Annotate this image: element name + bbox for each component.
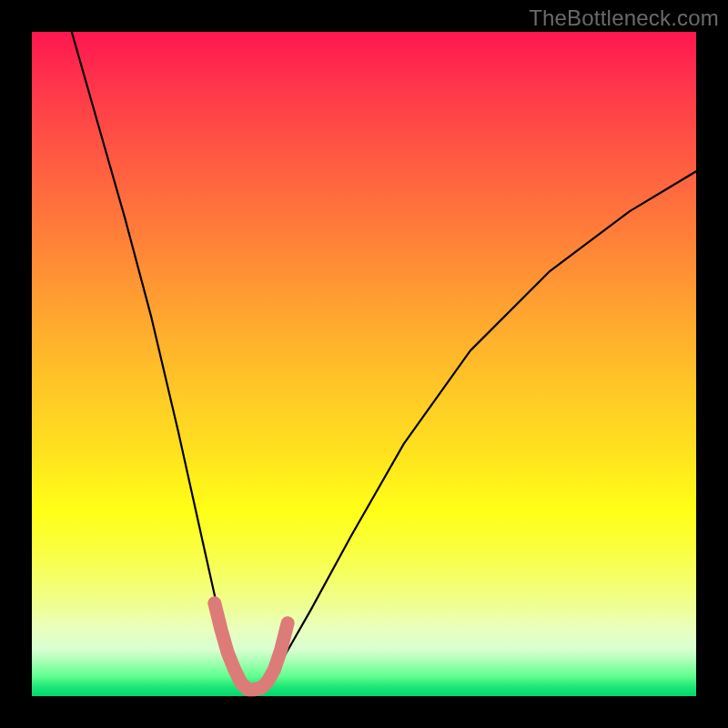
curve-layer (32, 32, 696, 696)
bottleneck-curve (72, 32, 696, 690)
watermark-text: TheBottleneck.com (529, 5, 719, 31)
highlight-valley (215, 603, 288, 690)
chart-frame: TheBottleneck.com (0, 0, 728, 728)
